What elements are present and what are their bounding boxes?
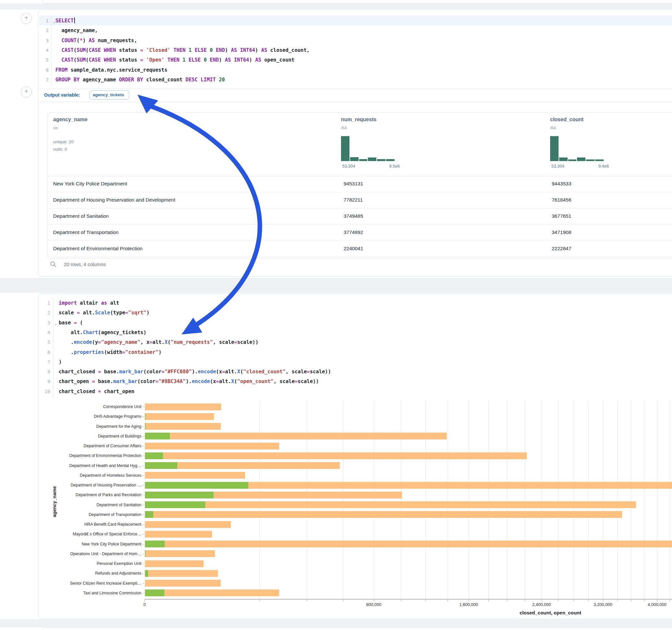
cell-closed-count: 7618456: [552, 197, 571, 203]
add-cell-button[interactable]: +: [21, 87, 32, 98]
divider: [38, 89, 672, 89]
code-line[interactable]: ): [59, 358, 62, 366]
plus-icon: +: [24, 14, 28, 21]
code-line[interactable]: scale = alt.Scale(type="sqrt"): [59, 309, 149, 316]
notebook-page: + + 1⌄SELECT2 agency_name,3 COUNT(*) AS …: [0, 0, 672, 630]
result-table: agency_namestrunique: 20nulls: 0num_requ…: [47, 112, 672, 259]
table-row[interactable]: Department of Transportation377489234719…: [47, 224, 672, 241]
x-axis-title: closed_count, open_count: [502, 610, 599, 615]
cell-gap-band-bottom: [0, 619, 672, 627]
line-number: 3: [39, 319, 50, 326]
code-line[interactable]: GROUP BY agency_name ORDER BY closed_cou…: [55, 76, 225, 83]
python-code-editor[interactable]: 1import altair as alt2scale = alt.Scale(…: [38, 294, 672, 619]
line-number: 2: [38, 27, 49, 34]
line-number: 3: [38, 37, 49, 44]
gutter-divider: [51, 15, 52, 87]
line-number: 5: [39, 339, 50, 346]
line-number: 5: [38, 56, 49, 64]
code-line[interactable]: COUNT(*) AS num_requests,: [55, 37, 137, 44]
code-line[interactable]: base = (: [59, 319, 83, 326]
code-line[interactable]: .encode(y="agency_name", x=alt.X("num_re…: [59, 339, 258, 346]
code-line[interactable]: agency_name,: [55, 27, 98, 34]
line-number: 7: [39, 358, 50, 366]
line-number: 10: [39, 388, 50, 395]
cell-closed-count: 3471908: [552, 229, 571, 235]
line-number: 4: [38, 47, 49, 54]
cell-num-requests: 3749485: [344, 213, 363, 219]
previous-cell-bottom: [42, 0, 672, 4]
table-row[interactable]: Department of Environmental Protection22…: [47, 241, 672, 257]
line-number: 4: [39, 329, 50, 336]
cell-num-requests: 2240041: [344, 246, 363, 251]
cell-gap-band-top: [0, 4, 672, 9]
line-number: 2: [39, 309, 50, 316]
cell-closed-count: 2222847: [552, 246, 571, 251]
cell-agency-name: Department of Environmental Protection: [53, 246, 143, 251]
gutter-divider: [53, 297, 53, 398]
cell-agency-name: Department of Housing Preservation and D…: [53, 197, 175, 203]
code-line[interactable]: chart_closed = base.mark_bar(color="#FFC…: [59, 368, 331, 375]
line-number: 9: [39, 378, 50, 385]
cell-closed-count: 9443533: [552, 181, 571, 187]
cell-agency-name: New York City Police Department: [53, 181, 127, 187]
cell-closed-count: 3677651: [552, 213, 571, 219]
cell-agency-name: Department of Transportation: [53, 229, 119, 235]
next-cell-top: [42, 627, 672, 630]
search-icon[interactable]: [50, 261, 56, 267]
plus-icon: +: [24, 88, 28, 95]
cell-num-requests: 3774892: [344, 229, 363, 235]
python-cell: 1import altair as alt2scale = alt.Scale(…: [38, 293, 672, 619]
code-line[interactable]: chart_closed + chart_open: [59, 388, 134, 395]
output-variable-label: Output variable:: [44, 92, 80, 98]
line-number: 1: [39, 299, 50, 307]
cell-agency-name: Department of Sanitation: [53, 213, 109, 219]
line-number: 6: [39, 349, 50, 356]
code-line[interactable]: alt.Chart(agency_tickets): [59, 329, 146, 336]
cell-num-requests: 9453131: [344, 181, 363, 187]
code-line[interactable]: CAST(SUM(CASE WHEN status = 'Closed' THE…: [55, 47, 310, 54]
sql-cell: 1⌄SELECT2 agency_name,3 COUNT(*) AS num_…: [38, 10, 672, 277]
active-line-highlight: [39, 16, 672, 25]
code-line[interactable]: FROM sample_data.nyc.service_requests: [55, 67, 167, 74]
cell-gap-band: [0, 278, 672, 293]
code-line[interactable]: import altair as alt: [59, 299, 119, 307]
output-variable-pill[interactable]: agency_tickets: [90, 91, 129, 99]
table-row[interactable]: Department of Sanitation37494853677651: [47, 209, 672, 224]
add-cell-button[interactable]: +: [21, 13, 32, 24]
code-line[interactable]: .properties(width="container"): [59, 349, 162, 356]
table-row[interactable]: New York City Police Department945313194…: [47, 176, 672, 192]
divider: [38, 102, 672, 102]
y-axis-title: agency_name: [52, 484, 57, 519]
table-row-count: 20 rows, 4 columns: [64, 262, 106, 267]
cell-num-requests: 7782211: [344, 197, 363, 203]
code-line[interactable]: CAST(SUM(CASE WHEN status = 'Open' THEN …: [55, 56, 294, 64]
line-number: 1: [38, 17, 49, 24]
line-number: 6: [38, 67, 49, 74]
line-number: 8: [39, 368, 50, 375]
code-line[interactable]: chart_open = base.mark_bar(color="#8BC34…: [59, 378, 319, 385]
text-cursor: [74, 18, 75, 23]
table-body: New York City Police Department945313194…: [47, 113, 672, 258]
chevron-down-icon[interactable]: ⌄: [54, 322, 57, 326]
table-row[interactable]: Department of Housing Preservation and D…: [47, 192, 672, 209]
line-number: 7: [38, 76, 49, 83]
code-line[interactable]: SELECT: [55, 17, 75, 24]
